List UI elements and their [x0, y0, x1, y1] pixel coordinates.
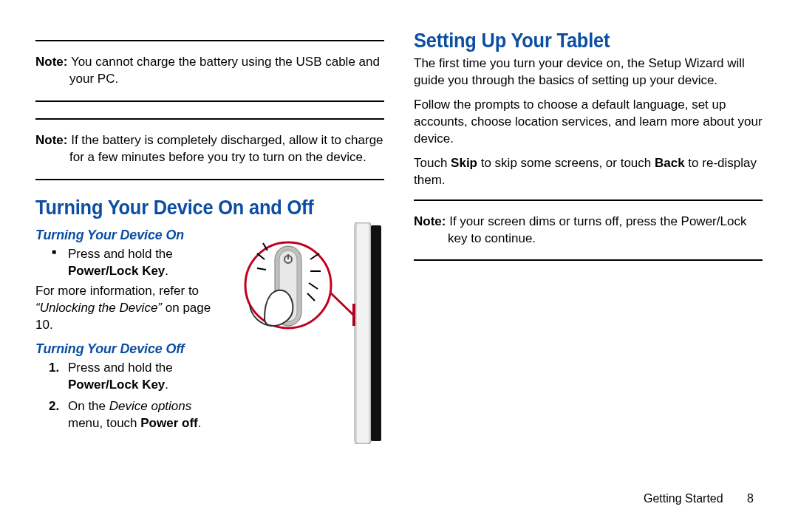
heading-on-off: Turning Your Device On and Off	[35, 197, 364, 219]
text: .	[198, 416, 202, 430]
rule	[35, 118, 384, 120]
setup-p2: Follow the prompts to choose a default l…	[414, 97, 763, 148]
text: On the	[68, 399, 109, 413]
rule	[414, 259, 763, 261]
text: menu, touch	[68, 416, 140, 430]
power-lock-key: Power/Lock Key	[68, 264, 165, 278]
rule	[35, 100, 384, 102]
tablet-power-button-illustration	[236, 222, 384, 444]
footer-section: Getting Started	[644, 492, 723, 505]
on-bullet: Press and hold the Power/Lock Key.	[35, 246, 223, 280]
rule	[35, 40, 384, 41]
note-text: If your screen dims or turns off, press …	[448, 214, 746, 245]
skip-label: Skip	[451, 156, 477, 170]
device-figure	[236, 222, 384, 444]
page-footer: Getting Started 8	[644, 492, 754, 505]
text: Touch	[414, 156, 451, 170]
note-screen-dim: Note: If your screen dims or turns off, …	[414, 214, 763, 248]
right-column: Setting Up Your Tablet The first time yo…	[414, 30, 763, 444]
on-bullets: Press and hold the Power/Lock Key.	[35, 246, 223, 280]
off-steps: 1. Press and hold the Power/Lock Key. 2.…	[35, 360, 223, 432]
text: .	[165, 378, 168, 392]
note-text: If the battery is completely discharged,…	[69, 133, 383, 164]
text: .	[165, 264, 168, 278]
on-more-info: For more information, refer to “Unlockin…	[35, 283, 223, 334]
setup-p3: Touch Skip to skip some screens, or touc…	[414, 155, 763, 189]
turning-text: Turning Your Device On Press and hold th…	[35, 222, 223, 444]
subheading-on: Turning Your Device On	[35, 227, 212, 243]
off-step-1: 1. Press and hold the Power/Lock Key.	[35, 360, 223, 394]
subheading-off: Turning Your Device Off	[35, 341, 212, 357]
off-step-2: 2. On the Device options menu, touch Pow…	[35, 398, 223, 432]
cross-ref: “Unlocking the Device”	[35, 301, 166, 315]
svg-rect-2	[371, 225, 381, 441]
note-usb: Note: You cannot charge the battery usin…	[35, 54, 384, 88]
heading-setup: Setting Up Your Tablet	[414, 30, 742, 52]
note-label: Note:	[35, 55, 67, 69]
left-column: Note: You cannot charge the battery usin…	[35, 30, 384, 444]
step-number: 2.	[49, 398, 59, 415]
note-label: Note:	[414, 214, 446, 228]
back-label: Back	[655, 156, 685, 170]
svg-rect-1	[357, 224, 369, 443]
device-options: Device options	[109, 399, 192, 413]
text: For more information, refer to	[35, 284, 199, 298]
step-number: 1.	[49, 360, 59, 377]
rule	[35, 179, 384, 180]
text: to skip some screens, or touch	[477, 156, 655, 170]
note-text: You cannot charge the battery using the …	[69, 55, 380, 86]
power-off: Power off	[140, 416, 197, 430]
note-label: Note:	[35, 133, 67, 147]
footer-page-number: 8	[747, 492, 754, 505]
note-discharged: Note: If the battery is completely disch…	[35, 132, 384, 166]
rule	[414, 200, 763, 201]
power-lock-key: Power/Lock Key	[68, 378, 165, 392]
text: Press and hold the	[68, 247, 173, 261]
text: Press and hold the	[68, 361, 173, 375]
setup-p1: The first time you turn your device on, …	[414, 55, 763, 89]
